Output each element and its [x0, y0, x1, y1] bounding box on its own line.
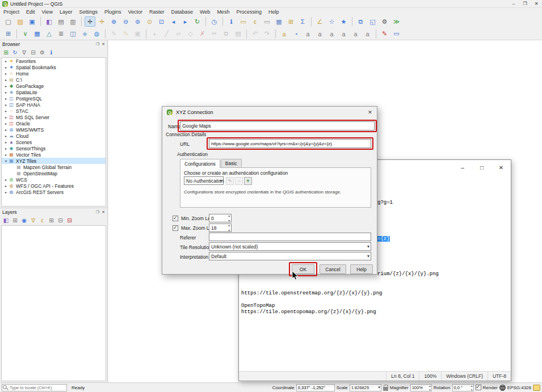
add-wms-layer-icon[interactable]: ◍ [91, 29, 102, 39]
expander-icon[interactable]: ▸ [3, 115, 9, 119]
help-button[interactable]: Help [350, 264, 373, 274]
auth-config-select[interactable]: No Authentication [184, 176, 224, 185]
tile-resolution-select[interactable]: Unknown (not scaled) [209, 242, 371, 251]
zoom-next-icon[interactable]: ▸ [180, 16, 191, 27]
browser-tree-item[interactable]: ▸ ▤ C:\ [2, 77, 106, 83]
browser-tree-item[interactable]: ▸ ▲ Scenes [2, 139, 106, 145]
close-button[interactable]: ✕ [531, 0, 542, 7]
menu-web[interactable]: Web [196, 9, 213, 15]
refresh-map-icon[interactable]: ↻ [192, 16, 203, 27]
auth-edit-icon[interactable]: ✎ [226, 177, 234, 185]
pin-unpin-labels-icon[interactable]: a [314, 29, 325, 39]
menu-settings[interactable]: Settings [75, 9, 101, 15]
close-panel-icon[interactable]: ✕ [102, 210, 105, 214]
layers-list-empty[interactable] [1, 225, 106, 381]
browser-tree-item[interactable]: ▸ ◫ PostgreSQL [2, 95, 106, 102]
filter-legend-icon[interactable]: ∇ [29, 217, 37, 225]
open-data-source-manager-icon[interactable]: ⊞ [3, 29, 14, 39]
delete-selected-icon[interactable]: ✗ [197, 29, 208, 39]
menu-vector[interactable]: Vector [124, 9, 146, 15]
layer-diagram-icon[interactable]: ◔ [291, 29, 301, 39]
show-layout-manager-icon[interactable]: ▥ [68, 16, 78, 27]
menu-view[interactable]: View [39, 9, 56, 15]
minimize-button[interactable]: – [508, 0, 519, 7]
style-manager-icon[interactable]: ◧ [44, 16, 54, 27]
add-point-feature-icon[interactable]: • [149, 29, 160, 39]
manage-map-themes-icon[interactable]: ◉ [20, 217, 28, 225]
expander-icon[interactable]: ▸ [3, 96, 9, 100]
open-project-icon[interactable]: ▨ [15, 16, 26, 27]
new-annotation-icon[interactable]: ✎ [379, 29, 390, 39]
identify-features-icon[interactable]: ℹ [226, 16, 237, 27]
menu-database[interactable]: Database [168, 9, 197, 15]
expander-icon[interactable]: ▸ [3, 128, 9, 132]
cancel-button[interactable]: Cancel [320, 264, 346, 274]
pan-map-icon[interactable]: ✛ [85, 16, 95, 27]
show-hide-labels-icon[interactable]: a [326, 29, 337, 39]
max-zoom-checkbox[interactable] [173, 225, 178, 231]
add-spatialite-layer-icon[interactable]: ◈ [79, 29, 90, 39]
vertex-tool-icon[interactable]: ◇ [185, 29, 196, 39]
browser-tree-item[interactable]: ▸ ⌂ Home [2, 70, 106, 77]
collapse-all-layers-icon[interactable]: ⊟ [56, 217, 65, 225]
processing-toolbox-icon[interactable]: ⚙ [379, 16, 390, 27]
add-group-icon[interactable]: ⊞ [11, 217, 19, 225]
copy-features-icon[interactable]: ⧉ [221, 29, 232, 39]
open-layer-styling-icon[interactable]: ◧ [2, 217, 10, 225]
expander-icon[interactable]: ▸ [3, 140, 9, 144]
expander-icon[interactable]: ▸ [3, 153, 9, 157]
expander-icon[interactable]: ▸ [3, 84, 9, 88]
filter-browser-icon[interactable]: ∇ [20, 49, 28, 57]
tab-configurations[interactable]: Configurations [180, 159, 220, 168]
field-calculator-icon[interactable]: ⊞ [285, 16, 296, 27]
expander-icon[interactable]: ▸ [3, 103, 9, 107]
url-input[interactable] [209, 139, 371, 148]
zoom-full-icon[interactable]: ⊛ [132, 16, 143, 27]
refresh-browser-icon[interactable]: ↻ [11, 49, 19, 57]
browser-tree-item[interactable]: ▾ ▦ XYZ Tiles [2, 158, 106, 164]
rotation-spinner[interactable]: 0,0 ° [452, 384, 474, 391]
add-raster-layer-icon[interactable]: ▦ [32, 29, 43, 39]
min-zoom-spinner[interactable]: 0 [209, 214, 232, 222]
temporal-controller-icon[interactable]: ◷ [209, 16, 220, 27]
expander-icon[interactable]: ▸ [3, 90, 9, 94]
add-polygon-feature-icon[interactable]: ▱ [173, 29, 184, 39]
min-zoom-checkbox[interactable] [173, 216, 178, 221]
rotate-label-icon[interactable]: a [350, 29, 361, 39]
dialog-titlebar[interactable]: Q XYZ Connection ✕ [162, 107, 377, 118]
paste-features-icon[interactable]: ▤ [233, 29, 243, 39]
browser-tree-item[interactable]: ▸ ◍ WMS/WMTS [2, 127, 106, 133]
menu-layer[interactable]: Layer [56, 9, 76, 15]
open-attribute-table-icon[interactable]: ▦ [274, 16, 284, 27]
redo-icon[interactable]: ↷ [262, 29, 272, 39]
locate-search[interactable] [2, 384, 67, 391]
browser-tree-item[interactable]: ▸ ◍ WCS [2, 176, 106, 183]
np-maximize-button[interactable]: □ [472, 160, 491, 175]
expander-icon[interactable]: ▸ [3, 134, 9, 138]
browser-info-icon[interactable]: ℹ [47, 49, 56, 57]
locate-input[interactable] [2, 384, 67, 391]
browser-tree-item[interactable]: ▸ ◫ SAP HANA [2, 102, 106, 108]
browser-tree-item[interactable]: ▸ ◉ SensorThings [2, 145, 106, 151]
browser-tree-item[interactable]: ▸ ★ Spatial Bookmarks [2, 64, 106, 70]
np-minimize-button[interactable]: – [453, 160, 472, 175]
expander-icon[interactable]: ▾ [3, 159, 9, 163]
save-project-icon[interactable]: ▣ [27, 16, 37, 27]
np-close-button[interactable]: ✕ [491, 160, 511, 175]
browser-tree-item[interactable]: ▸ ◍ ArcGIS REST Servers [2, 189, 106, 195]
dialog-close-icon[interactable]: ✕ [365, 109, 375, 115]
browser-tree-item[interactable]: ▸ ◈ SpatiaLite [2, 89, 106, 95]
remove-layer-icon[interactable]: ⊟ [65, 217, 74, 225]
expander-icon[interactable]: ▸ [3, 184, 9, 188]
undo-icon[interactable]: ↶ [250, 29, 261, 39]
statistical-summary-icon[interactable]: Σ [297, 16, 308, 27]
menu-mesh[interactable]: Mesh [213, 9, 233, 15]
layer-labeling-icon[interactable]: a [279, 29, 289, 39]
deselect-features-icon[interactable]: ▭ [262, 16, 272, 27]
scale-select[interactable]: 1:826825 [350, 384, 381, 391]
browser-tree-item[interactable]: ▸ ◆ GeoPackage [2, 83, 106, 89]
expander-icon[interactable]: ▸ [3, 71, 9, 75]
auth-remove-icon[interactable]: − [235, 177, 243, 185]
render-checkbox[interactable] [476, 385, 481, 390]
expander-icon[interactable]: ▸ [3, 109, 9, 113]
